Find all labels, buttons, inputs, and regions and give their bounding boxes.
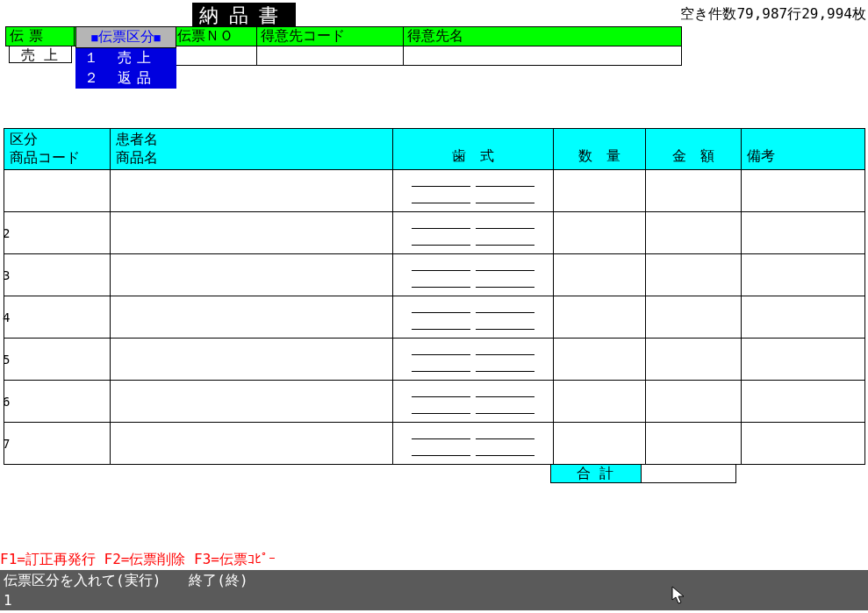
hdr-name-value[interactable] xyxy=(404,46,682,66)
cell-qty[interactable] xyxy=(554,254,646,296)
kubun-dropdown[interactable]: ■ 伝票区分 ■ １ 売上 ２ 返品 xyxy=(75,26,176,89)
col-kubun: 区分 商品コード xyxy=(4,129,111,170)
cell-shiki[interactable] xyxy=(393,170,554,212)
table-row[interactable]: 7 xyxy=(4,423,865,465)
row-index: 2 xyxy=(3,226,10,240)
cell-amt[interactable] xyxy=(646,339,742,381)
col-amt: 金 額 xyxy=(646,129,742,170)
function-key-help: F1=訂正再発行 F2=伝票削除 F3=伝票ｺﾋﾟｰ xyxy=(0,551,276,569)
cell-bikou[interactable] xyxy=(741,339,864,381)
cell-shiki[interactable] xyxy=(393,339,554,381)
cell-bikou[interactable] xyxy=(741,212,864,254)
row-index: 3 xyxy=(3,268,10,282)
status-line1: 伝票区分を入れて(実行) 終了(終) xyxy=(4,572,864,590)
cell-kubun[interactable]: 2 xyxy=(4,212,111,254)
col-name-line2: 商品名 xyxy=(116,149,387,168)
cell-qty[interactable] xyxy=(554,296,646,339)
cell-kubun[interactable]: 6 xyxy=(4,381,111,423)
record-count: 空き件数79,987行29,994枚 xyxy=(680,5,866,24)
row-index: 6 xyxy=(3,395,10,409)
table-row[interactable]: 6 xyxy=(4,381,865,423)
cell-qty[interactable] xyxy=(554,170,646,212)
cell-qty[interactable] xyxy=(554,212,646,254)
cell-bikou[interactable] xyxy=(741,296,864,339)
col-bikou: 備考 xyxy=(741,129,864,170)
cell-amt[interactable] xyxy=(646,170,742,212)
col-kubun-line2: 商品コード xyxy=(10,149,104,168)
hdr-name-label: 得意先名 xyxy=(404,27,682,46)
table-row[interactable] xyxy=(4,170,865,212)
cell-shiki[interactable] xyxy=(393,381,554,423)
cell-name[interactable] xyxy=(110,381,392,423)
cell-amt[interactable] xyxy=(646,381,742,423)
cell-qty[interactable] xyxy=(554,423,646,465)
hdr-code-value[interactable] xyxy=(257,46,404,66)
row-index: 4 xyxy=(3,310,10,324)
col-qty: 数 量 xyxy=(554,129,646,170)
cell-name[interactable] xyxy=(110,339,392,381)
col-name: 患者名 商品名 xyxy=(110,129,392,170)
cell-amt[interactable] xyxy=(646,212,742,254)
status-line2[interactable]: 1 xyxy=(4,592,864,609)
cell-name[interactable] xyxy=(110,423,392,465)
col-name-line1: 患者名 xyxy=(116,131,387,149)
cell-shiki[interactable] xyxy=(393,254,554,296)
kubun-dropdown-title: 伝票区分 xyxy=(98,28,154,46)
hdr-code-label: 得意先コード xyxy=(257,27,404,46)
cell-bikou[interactable] xyxy=(741,381,864,423)
cell-name[interactable] xyxy=(110,254,392,296)
cell-kubun[interactable]: 4 xyxy=(4,296,111,339)
row-index: 7 xyxy=(3,437,10,451)
cell-bikou[interactable] xyxy=(741,170,864,212)
hdr-no-value[interactable] xyxy=(174,46,257,66)
cell-qty[interactable] xyxy=(554,381,646,423)
dropdown-marker-right-icon: ■ xyxy=(154,32,161,44)
cell-bikou[interactable] xyxy=(741,254,864,296)
cell-kubun[interactable]: 7 xyxy=(4,423,111,465)
cell-kubun[interactable] xyxy=(4,170,111,212)
cell-amt[interactable] xyxy=(646,296,742,339)
total-row: 合計 xyxy=(550,464,736,483)
status-bar: 伝票区分を入れて(実行) 終了(終) 1 xyxy=(0,570,868,610)
col-shiki: 歯 式 xyxy=(393,129,554,170)
total-label: 合計 xyxy=(550,464,642,483)
line-items-table: 区分 商品コード 患者名 商品名 歯 式 数 量 金 額 備考 234567 xyxy=(4,128,865,465)
cell-amt[interactable] xyxy=(646,254,742,296)
table-row[interactable]: 5 xyxy=(4,339,865,381)
cell-kubun[interactable]: 3 xyxy=(4,254,111,296)
cell-name[interactable] xyxy=(110,212,392,254)
total-value xyxy=(642,464,736,483)
cell-bikou[interactable] xyxy=(741,423,864,465)
dropdown-marker-left-icon: ■ xyxy=(91,32,97,44)
hdr-no-label: 伝票ＮＯ xyxy=(174,27,257,46)
kubun-option-return[interactable]: ２ 返品 xyxy=(75,68,176,89)
kubun-dropdown-head[interactable]: ■ 伝票区分 ■ xyxy=(75,26,176,48)
cell-shiki[interactable] xyxy=(393,296,554,339)
cell-amt[interactable] xyxy=(646,423,742,465)
table-row[interactable]: 3 xyxy=(4,254,865,296)
row-index: 5 xyxy=(3,353,10,367)
cell-name[interactable] xyxy=(110,296,392,339)
kubun-dropdown-list: １ 売上 ２ 返品 xyxy=(75,48,176,89)
table-row[interactable]: 4 xyxy=(4,296,865,339)
cell-qty[interactable] xyxy=(554,339,646,381)
cell-shiki[interactable] xyxy=(393,423,554,465)
table-row[interactable]: 2 xyxy=(4,212,865,254)
cell-kubun[interactable]: 5 xyxy=(4,339,111,381)
hdr-denpyo-label: 伝票 xyxy=(6,27,75,46)
hdr-sale-value: 売上 xyxy=(9,46,72,63)
cell-name[interactable] xyxy=(110,170,392,212)
kubun-option-sale[interactable]: １ 売上 xyxy=(75,48,176,68)
cell-shiki[interactable] xyxy=(393,212,554,254)
col-kubun-line1: 区分 xyxy=(10,131,104,149)
